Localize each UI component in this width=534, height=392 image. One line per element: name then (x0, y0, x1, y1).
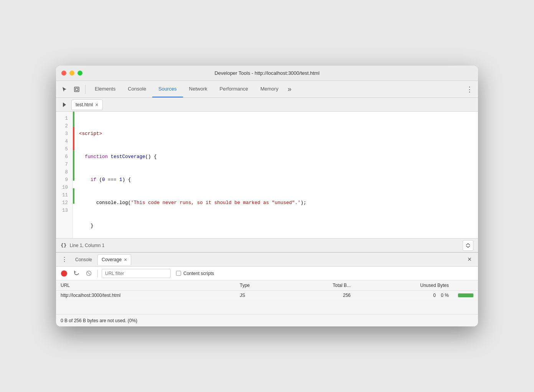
traffic-lights (61, 71, 82, 76)
tab-console-bottom[interactable]: Console (71, 254, 96, 265)
table-row[interactable]: http://localhost:3000/test.html JS 256 0… (56, 291, 478, 300)
cursor-icon[interactable] (59, 84, 70, 95)
coverage-table: URL Type Total B... Unused Bytes http://… (56, 280, 478, 314)
more-tabs-button[interactable]: » (285, 81, 295, 97)
url-filter-input[interactable] (102, 269, 171, 278)
code-content[interactable]: <script> function testCoverage() { if (0… (74, 112, 478, 238)
row-bar-cell (453, 291, 478, 300)
expand-button[interactable] (463, 240, 473, 251)
close-button[interactable] (61, 71, 66, 76)
editor-status-bar: {} Line 1, Column 1 (56, 238, 478, 252)
code-line-2: function testCoverage() { (79, 153, 473, 161)
tab-performance[interactable]: Performance (213, 81, 254, 97)
usage-bar-fill (458, 293, 473, 297)
window-title: Developer Tools - http://localhost:3000/… (214, 70, 320, 76)
tab-elements[interactable]: Elements (89, 81, 122, 97)
record-button[interactable] (59, 268, 69, 278)
line-num-8: 8 (59, 168, 68, 176)
main-toolbar: Elements Console Sources Network Perform… (56, 81, 478, 98)
devtools-window: Developer Tools - http://localhost:3000/… (56, 66, 478, 326)
inspect-icon[interactable] (71, 84, 82, 95)
code-line-1: <script> (79, 130, 473, 138)
svg-rect-1 (76, 88, 78, 91)
line-num-11: 11 (59, 191, 68, 199)
line-num-3: 3 (59, 130, 68, 138)
file-tab-test-html[interactable]: test.html × (71, 99, 103, 110)
tab-coverage[interactable]: Coverage × (97, 254, 131, 265)
tab-console[interactable]: Console (122, 81, 152, 97)
cov-divider (97, 270, 98, 277)
reload-button[interactable] (71, 268, 81, 278)
file-tab-close-button[interactable]: × (95, 102, 98, 107)
row-url: http://localhost:3000/test.html (56, 291, 235, 300)
format-icon[interactable]: {} (61, 242, 67, 248)
clear-button[interactable] (84, 268, 94, 278)
line-num-7: 7 (59, 161, 68, 168)
col-type: Type (235, 280, 285, 291)
empty-row-cell (56, 300, 478, 314)
empty-row (56, 300, 478, 314)
col-total-bytes: Total B... (285, 280, 355, 291)
bottom-panel-close[interactable]: × (464, 254, 475, 265)
minimize-button[interactable] (69, 71, 74, 76)
svg-line-4 (87, 272, 90, 275)
row-type: JS (235, 291, 285, 300)
svg-marker-2 (63, 102, 66, 107)
line-num-6: 6 (59, 153, 68, 161)
col-url: URL (56, 280, 235, 291)
bottom-panel-menu[interactable]: ⋮ (59, 254, 70, 265)
tab-sources[interactable]: Sources (152, 81, 183, 97)
coverage-tab-label: Coverage (102, 257, 122, 262)
line-num-10: 10 (59, 184, 68, 191)
bottom-panel: ⋮ Console Coverage × × (56, 252, 478, 326)
line-num-1: 1 (59, 115, 68, 122)
content-scripts-toggle[interactable]: Content scripts (176, 271, 214, 276)
tab-memory[interactable]: Memory (254, 81, 285, 97)
line-num-5: 5 (59, 145, 68, 153)
maximize-button[interactable] (77, 71, 82, 76)
devtools-menu-button[interactable]: ⋮ (464, 84, 475, 95)
main-tabs: Elements Console Sources Network Perform… (89, 81, 463, 97)
toolbar-end: ⋮ (464, 84, 475, 95)
coverage-summary: 0 B of 256 B bytes are not used. (0%) (61, 318, 137, 323)
bottom-tabs-bar: ⋮ Console Coverage × × (56, 253, 478, 267)
line-num-2: 2 (59, 122, 68, 130)
usage-bar (458, 293, 473, 297)
cursor-position: Line 1, Column 1 (70, 243, 460, 248)
file-tabs-bar: test.html × (56, 98, 478, 112)
tab-network[interactable]: Network (183, 81, 214, 97)
coverage-tab-close[interactable]: × (124, 257, 127, 263)
record-icon (61, 270, 67, 277)
line-num-12: 12 (59, 199, 68, 207)
file-tab-name: test.html (76, 102, 93, 107)
table-header-row: URL Type Total B... Unused Bytes (56, 280, 478, 291)
code-line-3: if (0 === 1) { (79, 176, 473, 184)
file-navigator-icon[interactable] (59, 99, 70, 110)
code-editor: 1 2 3 4 5 6 7 8 9 10 11 12 13 (56, 112, 478, 238)
line-numbers: 1 2 3 4 5 6 7 8 9 10 11 12 13 (56, 112, 73, 238)
main-content: test.html × 1 2 3 4 5 6 7 8 9 10 11 12 1… (56, 98, 478, 252)
col-bar (453, 280, 478, 291)
title-bar: Developer Tools - http://localhost:3000/… (56, 66, 478, 81)
col-unused-bytes: Unused Bytes (355, 280, 453, 291)
svg-rect-0 (74, 87, 79, 92)
content-scripts-label: Content scripts (183, 271, 214, 276)
toolbar-divider (85, 85, 86, 94)
row-unused-bytes: 0 0 % (355, 291, 453, 300)
code-line-4: console.log('This code never runs, so it… (79, 199, 473, 207)
row-total-bytes: 256 (285, 291, 355, 300)
content-scripts-checkbox[interactable] (176, 271, 181, 276)
line-num-4: 4 (59, 138, 68, 145)
coverage-footer: 0 B of 256 B bytes are not used. (0%) (56, 314, 478, 326)
coverage-toolbar: Content scripts (56, 267, 478, 280)
line-num-13: 13 (59, 207, 68, 214)
line-num-9: 9 (59, 176, 68, 184)
code-line-5: } (79, 222, 473, 230)
